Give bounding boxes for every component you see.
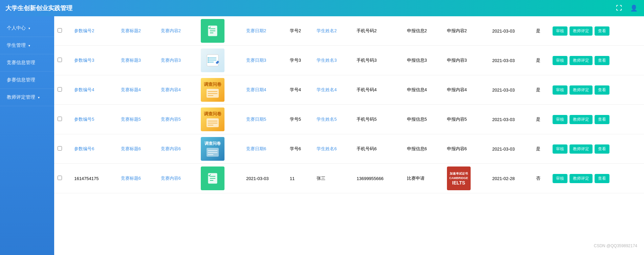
student-name: 学生姓名4: [313, 75, 353, 105]
row-checkbox[interactable]: [58, 28, 62, 33]
sidebar-label: 学生管理: [7, 42, 26, 48]
approved: 是: [533, 46, 549, 75]
comp-date: 竞赛日期6: [243, 134, 286, 164]
svg-point-13: [208, 61, 209, 63]
entry-no: 1614754175: [71, 164, 117, 193]
sidebar-item-entry-info[interactable]: 参赛信息管理: [0, 72, 54, 89]
sidebar-item-personal-center[interactable]: 个人中心 ▾: [0, 20, 54, 37]
table-row: 参数编号4 竞赛标题4 竞赛内容4 调查问卷 竞赛日期4 学号4 学生姓名4 手…: [54, 75, 644, 105]
table-row: 参数编号3 竞赛标题3 竞赛内容3 竞赛日期3 学号3 学生姓名3 手机号码3 …: [54, 46, 644, 75]
student-no: 学号2: [286, 16, 313, 46]
teacher-eval-button[interactable]: 教师评定: [570, 174, 593, 183]
declare-content: 申报内容6: [444, 134, 489, 164]
approved: 是: [533, 16, 549, 46]
date: 2021-02-28: [489, 164, 533, 193]
comp-image-cell: 调查问卷: [197, 105, 243, 134]
row-checkbox[interactable]: [58, 146, 62, 151]
top-bar: 大学生创新创业实践管理 ⛶ 👤: [0, 0, 644, 16]
sidebar-item-competition-info[interactable]: 竞赛信息管理: [0, 54, 54, 72]
approved: 否: [533, 164, 549, 193]
student-name: 学生姓名2: [313, 16, 353, 46]
action-buttons: 审核 教师评定 查看: [549, 134, 644, 164]
row-checkbox[interactable]: [58, 176, 62, 180]
review-button[interactable]: 审核: [553, 144, 567, 154]
comp-content: 竞赛内容6: [157, 134, 197, 164]
declare-info: 申报信息4: [404, 75, 444, 105]
entry-no: 参数编号6: [71, 134, 117, 164]
data-table: 参数编号2 竞赛标题2 竞赛内容2 竞赛日期2 学号2 学生姓名2 手机号码2 …: [54, 16, 644, 193]
date: 2021-03-03: [489, 134, 533, 164]
review-button[interactable]: 审核: [553, 115, 567, 124]
row-checkbox-cell: [54, 75, 71, 105]
student-no: 11: [286, 164, 313, 193]
row-checkbox-cell: [54, 46, 71, 75]
teacher-eval-button[interactable]: 教师评定: [570, 115, 593, 124]
declare-info: 申报信息6: [404, 134, 444, 164]
declare-content: 申报内容3: [444, 46, 489, 75]
comp-image-cell: 调查问卷: [197, 75, 243, 105]
row-checkbox[interactable]: [58, 58, 62, 62]
date: 2021-03-03: [489, 105, 533, 134]
comp-date: 2021-03-03: [243, 164, 286, 193]
entry-no: 参数编号2: [71, 16, 117, 46]
sidebar-label: 参赛信息管理: [7, 77, 35, 83]
action-buttons: 审核 教师评定 查看: [549, 75, 644, 105]
comp-date: 竞赛日期4: [243, 75, 286, 105]
svg-rect-22: [207, 148, 219, 157]
main-content: 参数编号2 竞赛标题2 竞赛内容2 竞赛日期2 学号2 学生姓名2 手机号码2 …: [54, 16, 644, 255]
view-button[interactable]: 查看: [595, 144, 609, 154]
table-row: 1614754175 竞赛标题6 竞赛内容6 2021-03-03 11 张三 …: [54, 164, 644, 193]
action-buttons: 审核 教师评定 查看: [549, 46, 644, 75]
student-no: 学号6: [286, 134, 313, 164]
teacher-eval-button[interactable]: 教师评定: [570, 26, 593, 36]
date: 2021-03-03: [489, 16, 533, 46]
declare-content: 申报内容4: [444, 75, 489, 105]
review-button[interactable]: 审核: [553, 85, 567, 95]
user-icon[interactable]: 👤: [629, 3, 639, 13]
sidebar-item-teacher-evaluation[interactable]: 教师评定管理 ▾: [0, 89, 54, 106]
comp-title: 竞赛标题2: [117, 16, 157, 46]
fullscreen-icon[interactable]: ⛶: [614, 3, 624, 13]
phone: 手机号码6: [353, 134, 403, 164]
comp-image-cell: 调查问卷: [197, 134, 243, 164]
review-button[interactable]: 审核: [553, 56, 567, 65]
entry-no: 参数编号5: [71, 105, 117, 134]
view-button[interactable]: 查看: [595, 56, 609, 65]
approved: 是: [533, 75, 549, 105]
comp-date: 竞赛日期5: [243, 105, 286, 134]
declare-content: 申报内容5: [444, 105, 489, 134]
view-button[interactable]: 查看: [595, 115, 609, 124]
view-button[interactable]: 查看: [595, 174, 609, 183]
review-button[interactable]: 审核: [553, 26, 567, 36]
svg-rect-14: [207, 89, 219, 98]
comp-image-cell: [197, 164, 243, 193]
row-checkbox[interactable]: [58, 117, 62, 121]
row-checkbox[interactable]: [58, 87, 62, 92]
teacher-eval-button[interactable]: 教师评定: [570, 56, 593, 65]
declare-info: 比赛申请: [404, 164, 444, 193]
declare-info: 申报信息2: [404, 16, 444, 46]
action-buttons: 审核 教师评定 查看: [549, 16, 644, 46]
student-no: 学号4: [286, 75, 313, 105]
sidebar-item-student-management[interactable]: 学生管理 ▾: [0, 37, 54, 54]
phone: 手机号码5: [353, 105, 403, 134]
teacher-eval-button[interactable]: 教师评定: [570, 144, 593, 154]
student-name: 学生姓名6: [313, 134, 353, 164]
entry-no: 参数编号4: [71, 75, 117, 105]
row-checkbox-cell: [54, 105, 71, 134]
phone: 手机号码3: [353, 46, 403, 75]
review-button[interactable]: 审核: [553, 174, 567, 183]
comp-content: 竞赛内容5: [157, 105, 197, 134]
teacher-eval-button[interactable]: 教师评定: [570, 85, 593, 95]
chevron-down-icon: ▾: [28, 26, 30, 30]
comp-image-cell: [197, 46, 243, 75]
phone: 13699955666: [353, 164, 403, 193]
approved: 是: [533, 105, 549, 134]
comp-content: 竞赛内容4: [157, 75, 197, 105]
layout: 个人中心 ▾ 学生管理 ▾ 竞赛信息管理 参赛信息管理 教师评定管理 ▾ 参数编…: [0, 16, 644, 255]
approved: 是: [533, 134, 549, 164]
view-button[interactable]: 查看: [595, 85, 609, 95]
view-button[interactable]: 查看: [595, 26, 609, 36]
phone: 手机号码2: [353, 16, 403, 46]
declare-info: 申报信息3: [404, 46, 444, 75]
